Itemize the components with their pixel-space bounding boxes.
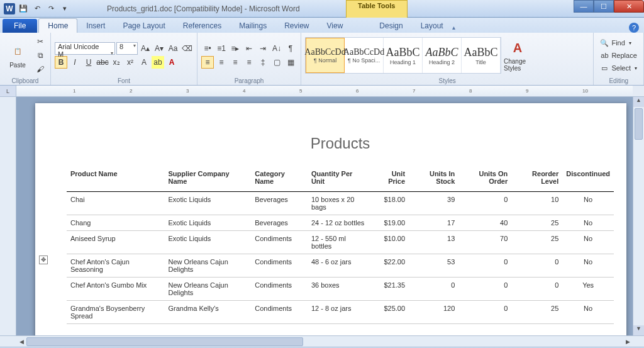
qat-customize-icon[interactable]: ▾ [59,3,70,14]
vertical-scrollbar[interactable]: ▲ ▼ [633,97,644,335]
align-left-icon[interactable]: ≡ [201,56,214,69]
table-cell[interactable]: Condiments [251,301,308,324]
table-cell[interactable]: $10.00 [370,231,409,254]
cut-icon[interactable]: ✂ [34,35,47,48]
products-table[interactable]: Product Name Supplier Company Name Categ… [67,167,614,324]
table-move-handle[interactable]: ✥ [39,255,48,264]
table-cell[interactable]: Exotic Liquids [164,215,251,231]
hscroll-thumb[interactable] [26,337,303,346]
styles-gallery[interactable]: AaBbCcDd¶ Normal AaBbCcDd¶ No Spaci... A… [305,37,501,74]
table-cell[interactable]: New Orleans Cajun Delights [164,254,251,278]
table-cell[interactable]: Beverages [251,192,308,215]
table-cell[interactable]: 0 [458,301,511,324]
table-cell[interactable]: 53 [409,254,458,278]
tab-review[interactable]: Review [275,19,318,33]
replace-button[interactable]: abReplace [597,50,640,61]
table-cell[interactable]: 12 - 8 oz jars [308,301,370,324]
style-title[interactable]: AaBbCTitle [462,38,501,73]
table-cell[interactable]: 0 [511,278,562,301]
table-cell[interactable]: $22.00 [370,254,409,278]
table-cell[interactable]: 10 [511,192,562,215]
table-cell[interactable]: 10 boxes x 20 bags [308,192,370,215]
italic-button[interactable]: I [69,56,81,69]
table-cell[interactable]: 48 - 6 oz jars [308,254,370,278]
table-cell[interactable]: 70 [458,231,511,254]
style-heading2[interactable]: AaBbCHeading 2 [423,38,462,73]
tab-page-layout[interactable]: Page Layout [114,19,174,33]
undo-icon[interactable]: ↶ [31,3,43,14]
table-cell[interactable]: $21.35 [370,278,409,301]
table-cell[interactable]: Condiments [251,254,308,278]
table-cell[interactable]: Condiments [251,278,308,301]
style-normal[interactable]: AaBbCcDd¶ Normal [306,38,345,73]
table-cell[interactable]: 0 [458,192,511,215]
table-cell[interactable]: 12 - 550 ml bottles [308,231,370,254]
bullets-icon[interactable]: ≡• [201,42,214,55]
table-row[interactable]: ChaiExotic LiquidsBeverages10 boxes x 20… [67,192,614,215]
font-color-button[interactable]: A [165,56,178,69]
font-name-combo[interactable]: Arial Unicode M [55,42,115,55]
select-button[interactable]: ▭Select▾ [597,62,640,74]
scroll-up-icon[interactable]: ▲ [633,97,644,107]
tab-insert[interactable]: Insert [77,19,114,33]
table-cell[interactable]: Aniseed Syrup [67,231,164,254]
table-cell[interactable]: 39 [409,192,458,215]
tab-mailings[interactable]: Mailings [230,19,275,33]
change-styles-button[interactable]: A Change Styles [504,35,531,76]
ruler-corner[interactable]: L [0,86,16,96]
shrink-font-icon[interactable]: A▾ [153,42,165,55]
minimize-button[interactable]: — [574,0,594,13]
superscript-button[interactable]: x² [124,56,136,69]
save-icon[interactable]: 💾 [18,3,29,14]
table-row[interactable]: Chef Anton's Gumbo MixNew Orleans Cajun … [67,278,614,301]
scroll-left-icon[interactable]: ◀ [16,339,26,345]
table-cell[interactable]: 40 [458,215,511,231]
table-cell[interactable]: 0 [458,254,511,278]
style-no-spacing[interactable]: AaBbCcDd¶ No Spaci... [345,38,384,73]
underline-button[interactable]: U [82,56,95,69]
text-effects-icon[interactable]: A [138,56,150,69]
horizontal-scrollbar[interactable]: ◀ ▶ [0,335,644,347]
strikethrough-button[interactable]: abc [96,56,109,69]
page-scroll[interactable]: Products Product Name Supplier Company N… [16,97,633,335]
multilevel-list-icon[interactable]: ≡▸ [229,42,242,55]
format-painter-icon[interactable]: 🖌 [34,63,47,76]
table-row[interactable]: Grandma's Boysenberry SpreadGrandma Kell… [67,301,614,324]
align-right-icon[interactable]: ≡ [229,56,242,69]
table-cell[interactable]: 25 [511,301,562,324]
tab-design[interactable]: Design [370,19,411,33]
align-center-icon[interactable]: ≡ [215,56,228,69]
table-cell[interactable]: 13 [409,231,458,254]
table-cell[interactable]: Beverages [251,215,308,231]
table-cell[interactable]: 0 [511,254,562,278]
table-cell[interactable]: 120 [409,301,458,324]
table-cell[interactable]: 36 boxes [308,278,370,301]
table-cell[interactable]: No [562,231,614,254]
table-row[interactable]: Chef Anton's Cajun SeasoningNew Orleans … [67,254,614,278]
font-size-combo[interactable]: 8 [116,42,138,55]
ribbon-collapse-icon[interactable]: ▴ [452,24,461,33]
table-row[interactable]: ChangExotic LiquidsBeverages24 - 12 oz b… [67,215,614,231]
tab-view[interactable]: View [318,19,352,33]
table-cell[interactable]: $19.00 [370,215,409,231]
table-cell[interactable]: No [562,301,614,324]
close-button[interactable]: ✕ [614,0,644,13]
table-cell[interactable]: $25.00 [370,301,409,324]
table-cell[interactable]: Yes [562,278,614,301]
clear-formatting-icon[interactable]: ⌫ [180,42,193,55]
justify-icon[interactable]: ≡ [243,56,255,69]
change-case-icon[interactable]: Aa [167,42,179,55]
vertical-ruler[interactable] [0,97,16,335]
table-row[interactable]: Aniseed SyrupExotic LiquidsCondiments12 … [67,231,614,254]
table-cell[interactable]: Grandma's Boysenberry Spread [67,301,164,324]
decrease-indent-icon[interactable]: ⇤ [243,42,255,55]
tab-home[interactable]: Home [38,18,77,33]
table-cell[interactable]: 0 [409,278,458,301]
table-cell[interactable]: 17 [409,215,458,231]
sort-icon[interactable]: A↓ [270,42,283,55]
show-marks-icon[interactable]: ¶ [284,42,297,55]
table-cell[interactable]: Chai [67,192,164,215]
scroll-right-icon[interactable]: ▶ [623,339,633,345]
table-cell[interactable]: Chef Anton's Gumbo Mix [67,278,164,301]
help-icon[interactable]: ? [629,23,639,33]
